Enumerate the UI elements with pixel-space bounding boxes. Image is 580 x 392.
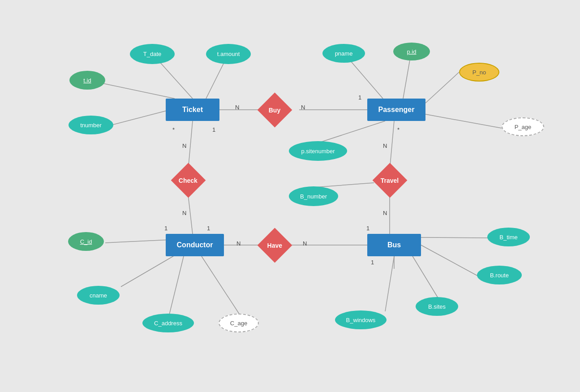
cardinality-buy-n1: N bbox=[235, 104, 239, 111]
entity-ticket[interactable]: Ticket bbox=[166, 99, 219, 121]
cardinality-buy-1: 1 bbox=[358, 94, 361, 101]
svg-line-3 bbox=[113, 110, 170, 125]
svg-line-8 bbox=[425, 72, 459, 103]
svg-line-11 bbox=[188, 195, 193, 234]
attr-b-number[interactable]: B_number bbox=[289, 186, 338, 206]
cardinality-ticket-star: * bbox=[172, 126, 175, 133]
relation-check[interactable]: Check bbox=[171, 163, 206, 198]
cardinality-bus-1b: 1 bbox=[371, 259, 374, 266]
attr-c-address[interactable]: C_address bbox=[142, 314, 194, 332]
svg-line-23 bbox=[421, 245, 478, 276]
attr-c-id[interactable]: C_id bbox=[68, 232, 104, 251]
svg-line-18 bbox=[169, 256, 184, 314]
svg-line-14 bbox=[319, 121, 385, 142]
svg-line-19 bbox=[202, 256, 240, 314]
svg-line-12 bbox=[390, 121, 394, 170]
entity-conductor[interactable]: Conductor bbox=[166, 234, 224, 256]
cardinality-conductor-1a: 1 bbox=[164, 225, 168, 232]
attr-p-sitenumber[interactable]: p.sitenumber bbox=[289, 141, 347, 161]
cardinality-travel-n-top: N bbox=[383, 142, 387, 149]
attr-tnumber[interactable]: tnumber bbox=[69, 116, 113, 134]
cardinality-travel-n-bot: N bbox=[383, 210, 387, 216]
attr-b-windows[interactable]: B_windows bbox=[335, 310, 387, 329]
attr-b-route[interactable]: B.route bbox=[477, 266, 522, 284]
attr-t-date[interactable]: T_date bbox=[130, 44, 175, 64]
attr-b-sites[interactable]: B.sites bbox=[416, 297, 458, 316]
svg-line-2 bbox=[96, 82, 175, 99]
cardinality-check-n-bot: N bbox=[182, 210, 186, 216]
attr-c-age[interactable]: C_age bbox=[219, 314, 259, 332]
svg-line-9 bbox=[425, 114, 502, 128]
attr-b-time[interactable]: B_time bbox=[487, 228, 530, 246]
svg-line-17 bbox=[121, 255, 175, 287]
svg-line-10 bbox=[188, 121, 193, 170]
cardinality-check-n-top: N bbox=[182, 142, 186, 149]
entity-passenger[interactable]: Passenger bbox=[367, 99, 425, 121]
attr-p-no[interactable]: P_no bbox=[459, 63, 499, 82]
attr-t-amount[interactable]: t.amount bbox=[206, 44, 251, 64]
attr-pname[interactable]: pname bbox=[322, 44, 365, 63]
cardinality-passenger-star: * bbox=[397, 126, 400, 133]
attr-p-age[interactable]: P_age bbox=[502, 117, 544, 136]
cardinality-conductor-1b: 1 bbox=[207, 225, 210, 232]
relation-buy[interactable]: Buy bbox=[258, 93, 292, 128]
cardinality-ticket-1: 1 bbox=[212, 126, 215, 133]
svg-line-16 bbox=[105, 240, 171, 243]
svg-line-25 bbox=[385, 256, 394, 311]
svg-line-24 bbox=[412, 255, 438, 298]
cardinality-have-n1: N bbox=[236, 240, 241, 247]
cardinality-bus-1a: 1 bbox=[366, 225, 369, 232]
cardinality-buy-n2: N bbox=[301, 104, 305, 111]
relation-travel[interactable]: Travel bbox=[373, 163, 408, 198]
entity-bus[interactable]: Bus bbox=[367, 234, 421, 256]
attr-t-id[interactable]: t.id bbox=[69, 71, 105, 90]
attr-cname[interactable]: cname bbox=[77, 286, 120, 305]
cardinality-have-n2: N bbox=[303, 240, 307, 247]
svg-line-22 bbox=[421, 237, 488, 238]
relation-have[interactable]: Have bbox=[258, 228, 292, 263]
attr-p-id[interactable]: p.id bbox=[393, 43, 430, 60]
er-diagram-canvas: Ticket Passenger Conductor Bus Buy Check… bbox=[0, 0, 580, 392]
svg-line-15 bbox=[315, 183, 374, 187]
